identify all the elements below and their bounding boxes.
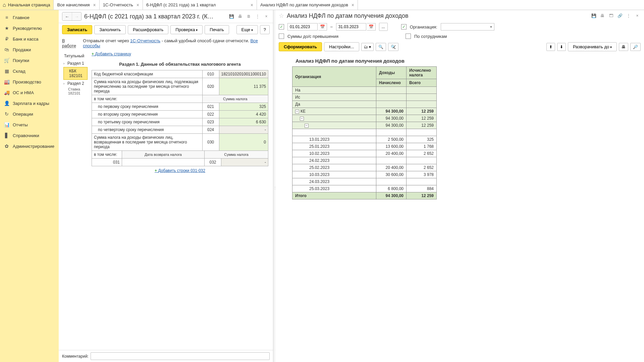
- row-021-value[interactable]: 325: [219, 103, 268, 111]
- sidebar-item-bank[interactable]: ₽Банк и касса: [0, 34, 59, 44]
- row-022-value[interactable]: 4 420: [219, 111, 268, 118]
- star-icon[interactable]: ☆: [279, 12, 284, 19]
- help-button[interactable]: ?: [260, 25, 270, 34]
- calendar-icon[interactable]: 📅: [318, 23, 327, 31]
- save-button[interactable]: Записать: [62, 25, 92, 34]
- detail-tax: 1 768: [407, 143, 437, 150]
- fill-button[interactable]: Заполнить: [94, 25, 126, 34]
- sidebar-item-sales[interactable]: 🛍Продажи: [0, 44, 59, 55]
- tab-ndfl-analysis[interactable]: Анализ НДФЛ по датам получения доходов ×: [257, 0, 358, 10]
- tab-home[interactable]: Начальная страница: [0, 0, 54, 10]
- form-button[interactable]: Сформировать: [279, 42, 322, 51]
- save-icon[interactable]: 💾: [590, 12, 597, 19]
- sidebar-item-assets[interactable]: 🚚ОС и НМА: [0, 87, 59, 98]
- sidebar-item-main[interactable]: ≡Главное: [0, 12, 59, 23]
- sidebar-item-catalogs[interactable]: ▋Справочники: [0, 130, 59, 141]
- row-010-value[interactable]: 18210102010011000110: [219, 70, 268, 78]
- calendar-icon[interactable]: 📅: [367, 23, 376, 31]
- print-report-button[interactable]: 🖶: [619, 43, 628, 51]
- include-label: в том числе:: [92, 95, 203, 103]
- row-023-value[interactable]: 6 630: [219, 118, 268, 126]
- grid-icon: ▦: [4, 68, 9, 74]
- close-icon[interactable]: ×: [137, 2, 139, 8]
- sidebar-item-production[interactable]: 🏭Производство: [0, 76, 59, 87]
- row-030-value[interactable]: 0: [219, 134, 268, 151]
- nav-section1[interactable]: Раздел 1: [63, 60, 88, 67]
- add-rows-link[interactable]: Добавить строки 031-032: [155, 168, 205, 173]
- by-employee-checkbox[interactable]: [406, 34, 411, 39]
- tree-toggle-icon[interactable]: −: [305, 124, 309, 128]
- expand-to-button[interactable]: Разворачивать до: [568, 42, 617, 51]
- report-area[interactable]: Анализ НДФЛ по датам получения доходов О…: [275, 53, 644, 362]
- menu-dots-icon[interactable]: ⋮: [625, 12, 632, 19]
- date-to-input[interactable]: [336, 23, 366, 31]
- org-select[interactable]: ▾: [441, 23, 494, 31]
- forward-button[interactable]: →: [72, 12, 81, 20]
- org-checkbox[interactable]: [401, 24, 407, 29]
- find-button[interactable]: 🔍: [376, 43, 386, 51]
- sidebar-label: Покупки: [13, 58, 29, 63]
- link-icon[interactable]: 🔗: [616, 12, 623, 19]
- subgroup-row[interactable]: −: [292, 115, 376, 122]
- row-031-date[interactable]: [122, 159, 205, 166]
- group-row[interactable]: −КЕ: [292, 108, 376, 115]
- sidebar-item-admin[interactable]: ✿Администрирование: [0, 141, 59, 152]
- preview-icon[interactable]: 🗎: [246, 13, 252, 20]
- tree-toggle-icon[interactable]: −: [300, 117, 304, 121]
- row-024-value[interactable]: -: [219, 126, 268, 134]
- close-icon[interactable]: ×: [93, 2, 96, 8]
- expand-button[interactable]: ⬇: [557, 43, 566, 51]
- settings-button[interactable]: Настройки...: [324, 42, 359, 51]
- menu-dots-icon[interactable]: ⋮: [254, 13, 261, 20]
- tab-1c-reporting[interactable]: 1С-Отчетность ×: [100, 0, 143, 10]
- sidebar-item-purchases[interactable]: 🛒Покупки: [0, 55, 59, 66]
- row-032-value[interactable]: -: [221, 159, 268, 166]
- more-button[interactable]: Еще: [236, 25, 258, 34]
- info-strip: В работе Отправьте отчет через 1С-Отчетн…: [59, 36, 273, 50]
- tab-accruals[interactable]: Все начисления ×: [54, 0, 99, 10]
- comment-input[interactable]: [91, 352, 270, 360]
- sidebar-item-payroll[interactable]: 👤Зарплата и кадры: [0, 98, 59, 109]
- sidebar-label: Администрирование: [13, 144, 54, 149]
- detail-income: 20 400,00: [376, 150, 407, 157]
- period-checkbox[interactable]: [279, 24, 284, 29]
- sidebar-item-manager[interactable]: ★Руководителю: [0, 23, 59, 34]
- period-picker-button[interactable]: ...: [379, 23, 388, 31]
- splitter[interactable]: [273, 10, 275, 362]
- sidebar-item-warehouse[interactable]: ▦Склад: [0, 66, 59, 76]
- sidebar-item-reports[interactable]: 📊Отчеты: [0, 119, 59, 130]
- row-020-value[interactable]: 11 375: [219, 78, 268, 95]
- nav-kbk[interactable]: КБК 182101: [63, 67, 88, 80]
- detail-tax: 2 652: [407, 164, 437, 171]
- nav-rate[interactable]: Ставка 182101: [63, 87, 88, 95]
- link-1c-reporting[interactable]: 1С-Отчетность: [130, 38, 160, 43]
- print-icon[interactable]: 🖶: [599, 12, 606, 19]
- sidebar-item-operations[interactable]: ↻Операции: [0, 109, 59, 119]
- date-from-input[interactable]: [287, 23, 318, 31]
- print-button[interactable]: Печать: [205, 25, 229, 34]
- save-icon[interactable]: 💾: [228, 13, 235, 20]
- close-icon[interactable]: ×: [251, 2, 253, 8]
- variants-button[interactable]: 🗂 ▾: [361, 43, 374, 51]
- close-icon[interactable]: ×: [263, 13, 270, 20]
- check-button[interactable]: Проверка: [170, 25, 203, 34]
- collapse-button[interactable]: ⬆: [546, 43, 555, 51]
- preview-icon[interactable]: 🗔: [608, 12, 614, 19]
- nav-section2[interactable]: Раздел 2: [63, 80, 88, 87]
- subgroup-row-2[interactable]: −: [292, 122, 376, 129]
- find-cancel-button[interactable]: 🔍̸: [388, 43, 398, 51]
- close-icon[interactable]: ×: [352, 2, 354, 8]
- print-icon[interactable]: 🖶: [237, 13, 244, 20]
- report-zoom-button[interactable]: 🔎: [630, 43, 641, 51]
- nav-title-page[interactable]: Титульный: [63, 52, 88, 60]
- tab-6ndfl[interactable]: 6-НДФЛ (с 2021 года) за 1 квартал ×: [143, 0, 257, 10]
- tree-toggle-icon[interactable]: −: [295, 110, 299, 114]
- decode-button[interactable]: Расшифровать: [128, 25, 168, 34]
- sums-checkbox[interactable]: [279, 34, 284, 39]
- close-icon[interactable]: ×: [634, 12, 641, 19]
- back-button[interactable]: ←: [62, 12, 72, 20]
- add-page-link[interactable]: Добавить страницу: [92, 52, 131, 56]
- col-income: Доходы: [376, 67, 407, 79]
- col-org: Организация: [292, 67, 376, 87]
- status-link[interactable]: В работе: [62, 38, 78, 48]
